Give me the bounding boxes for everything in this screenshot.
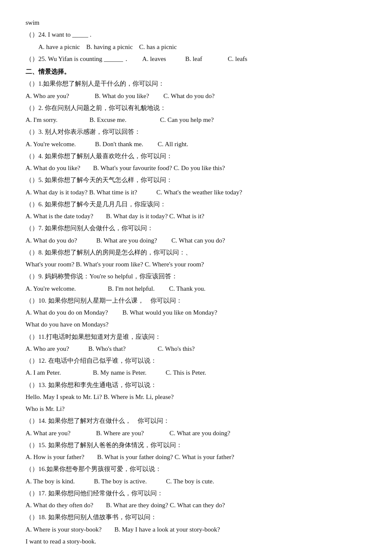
line-3: （）25. Wu Yifan is counting ______． A. le… <box>26 53 366 64</box>
line-0: swim <box>26 17 366 28</box>
line-11: （）4. 如果你想了解别人最喜欢吃什么，你可以问： <box>26 150 366 162</box>
line-7: （）2. 你在问别人问题之前，你可以有礼貌地说： <box>26 102 366 113</box>
line-31: Hello. May I speak to Mr. Li? B. Where i… <box>26 391 366 402</box>
line-28: （）12. 在电话中介绍自己似乎谁，你可以说： <box>26 355 366 366</box>
line-12: A. What do you like? B. What's your favo… <box>26 162 366 173</box>
line-16: A. What is the date today? B. What day i… <box>26 211 366 222</box>
line-33: （）14. 如果你想了解对方在做什么， 你可以问： <box>26 415 366 426</box>
line-2: A. have a picnic B. having a picnic C. h… <box>26 41 366 52</box>
line-10: A. You're welcome. B. Don't thank me. C.… <box>26 139 366 150</box>
line-41: （）18. 如果你想问别人借故事书，你可以问： <box>26 512 366 523</box>
line-5: （）1.如果你想了解别人是干什么的，你可以问： <box>26 78 366 89</box>
line-22: A. You're welcome. B. I'm not helpful. C… <box>26 283 366 294</box>
line-9: （）3. 别人对你表示感谢，你可以回答： <box>26 126 366 137</box>
line-25: What do you have on Mondays? <box>26 319 366 330</box>
line-4: 二、情景选择。 <box>26 66 366 77</box>
line-34: A. What are you? B. Where are you? C. Wh… <box>26 428 366 439</box>
line-24: A. What do you do on Monday? B. What wou… <box>26 307 366 318</box>
line-29: A. I am Peter. B. My name is Peter. C. T… <box>26 367 366 378</box>
line-14: A. What day is it today? B. What time is… <box>26 187 366 198</box>
line-20: What's your room? B. What's your room li… <box>26 259 366 270</box>
line-42: A. Where is your story-book? B. May I ha… <box>26 524 366 535</box>
line-21: （）9. 妈妈称赞你说：You're so helpful，你应该回答： <box>26 271 366 282</box>
line-27: A. Who are you? B. Who's that? C. Who's … <box>26 343 366 354</box>
line-19: （）8. 如果你想了解别人的房间是怎么样的，你可以问：、 <box>26 247 366 258</box>
line-36: A. How is your father? B. What is your f… <box>26 451 366 462</box>
line-23: （）10. 如果你想问别人星期一上什么课， 你可以问： <box>26 295 366 306</box>
line-18: A. What do you do? B. What are you doing… <box>26 235 366 246</box>
line-8: A. I'm sorry. B. Excuse me. C. Can you h… <box>26 114 366 125</box>
line-15: （）6. 如果你想了解今天是几月几日，你应该问： <box>26 199 366 210</box>
line-38: A. The boy is kind. B. The boy is active… <box>26 476 366 487</box>
line-39: （）17. 如果你想问他们经常做什么，你可以问： <box>26 488 366 499</box>
line-17: （）7. 如果你想问别人会做什么，你可以问： <box>26 223 366 234</box>
line-43: I want to read a story-book. <box>26 536 366 547</box>
line-26: （）11.打电话时如果想知道对方是谁，应该问： <box>26 331 366 342</box>
line-30: （）13. 如果你想和李先生通电话，你可以说： <box>26 379 366 390</box>
line-32: Who is Mr. Li? <box>26 403 366 414</box>
line-37: （）16.如果你想夸那个男孩很可爱，你可以说： <box>26 463 366 474</box>
line-6: A. Who are you? B. What do you like? C. … <box>26 90 366 101</box>
line-1: （）24. I want to _____ . <box>26 29 366 40</box>
page-content: swim（）24. I want to _____ . A. have a pi… <box>26 17 366 555</box>
line-35: （）15. 如果你想了解别人爸爸的身体情况，你可以问： <box>26 439 366 451</box>
line-13: （）5. 如果你想了解今天的天气怎么样，你可以问： <box>26 174 366 185</box>
line-40: A. What do they often do? B. What are th… <box>26 500 366 511</box>
